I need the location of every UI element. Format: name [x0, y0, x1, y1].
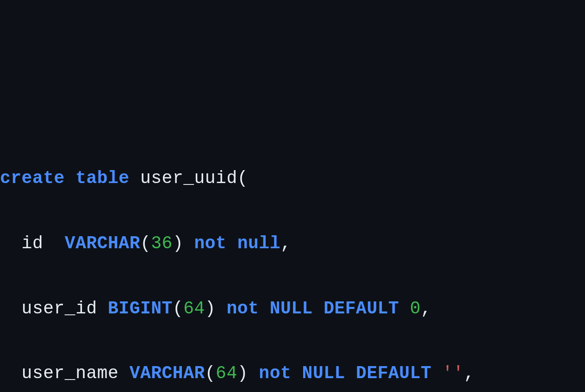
comma: , [464, 363, 474, 383]
paren: ( [205, 363, 216, 383]
code-line: id VARCHAR(36) not null, [0, 227, 585, 260]
keyword-create: create [0, 168, 65, 188]
number: 36 [151, 233, 173, 253]
type-varchar: VARCHAR [130, 363, 205, 383]
paren: ( [173, 299, 183, 318]
comma: , [280, 233, 291, 253]
keyword-not: not [259, 363, 291, 383]
keyword-default: DEFAULT [356, 363, 431, 383]
keyword-default: DEFAULT [324, 299, 399, 318]
column-id: id [22, 233, 44, 253]
table-name: user_uuid [140, 168, 237, 188]
type-bigint: BIGINT [108, 299, 173, 318]
code-line: user_name VARCHAR(64) not NULL DEFAULT '… [0, 357, 585, 390]
default-value: 0 [410, 299, 421, 318]
column-user-id: user_id [22, 299, 97, 318]
keyword-not: not [194, 233, 227, 253]
paren: ) [173, 233, 183, 253]
keyword-null: null [237, 233, 280, 253]
code-line: user_id BIGINT(64) not NULL DEFAULT 0, [0, 293, 585, 325]
paren-open: ( [237, 168, 248, 188]
gap [43, 233, 65, 253]
comma: , [421, 299, 431, 318]
keyword-null: NULL [270, 299, 313, 318]
sql-code-block: create table user_uuid( id VARCHAR(36) n… [0, 130, 585, 392]
paren: ( [140, 233, 151, 253]
keyword-not: not [226, 299, 259, 318]
column-user-name: user_name [22, 363, 119, 383]
number: 64 [183, 299, 205, 318]
number: 64 [216, 363, 237, 383]
type-varchar: VARCHAR [65, 233, 140, 253]
code-line: create table user_uuid( [0, 162, 585, 195]
keyword-null: NULL [302, 363, 345, 383]
default-value: '' [442, 363, 464, 383]
paren: ) [237, 363, 248, 383]
paren: ) [205, 299, 216, 318]
keyword-table: table [75, 168, 130, 188]
